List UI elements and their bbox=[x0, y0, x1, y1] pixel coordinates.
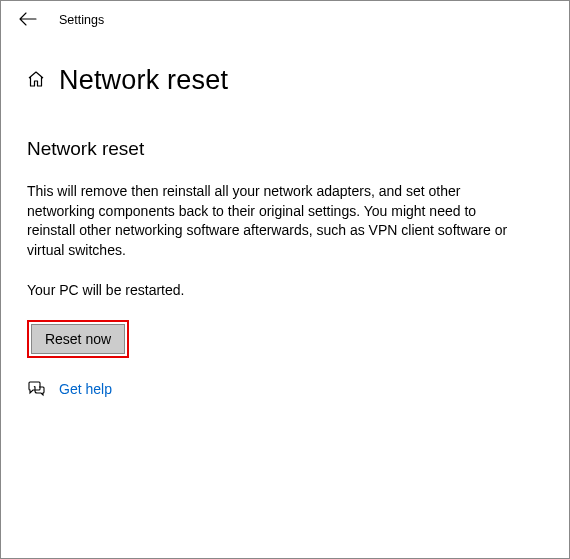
back-arrow-icon[interactable] bbox=[19, 11, 37, 29]
restart-note: Your PC will be restarted. bbox=[27, 282, 543, 298]
reset-now-button[interactable]: Reset now bbox=[31, 324, 125, 354]
page-content: Network reset Network reset This will re… bbox=[1, 65, 569, 398]
home-icon[interactable] bbox=[27, 70, 45, 91]
window-header: Settings bbox=[1, 1, 569, 39]
app-title: Settings bbox=[59, 13, 104, 27]
page-title-row: Network reset bbox=[27, 65, 543, 96]
get-help-link[interactable]: Get help bbox=[59, 381, 112, 397]
get-help-row: Get help bbox=[27, 380, 543, 398]
description-text: This will remove then reinstall all your… bbox=[27, 182, 517, 260]
section-title: Network reset bbox=[27, 138, 543, 160]
chat-help-icon bbox=[27, 380, 45, 398]
page-title: Network reset bbox=[59, 65, 228, 96]
reset-button-highlight: Reset now bbox=[27, 320, 129, 358]
